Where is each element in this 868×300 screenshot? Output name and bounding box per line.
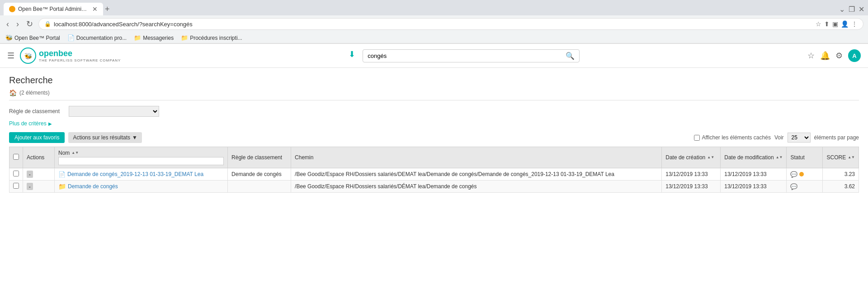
row1-name-link[interactable]: Demande de congés_2019-12-13 01-33-19_DE… (67, 171, 203, 177)
forward-button[interactable]: › (14, 19, 21, 30)
sidebar-icon[interactable]: ▣ (832, 20, 838, 28)
bookmark-favicon-proc: 📁 (181, 34, 188, 41)
download-icon[interactable]: ⬇ (349, 49, 355, 62)
bookmark-documentation[interactable]: 📄 Documentation pro... (67, 34, 127, 41)
col-header-date-creation[interactable]: Date de création ▲▼ (662, 147, 721, 168)
document-icon: 📄 (58, 171, 66, 178)
lock-icon: 🔒 (44, 21, 51, 27)
row2-actions-cell: - (23, 181, 55, 193)
row2-statut-cell: 💬 (787, 181, 823, 193)
more-criteria-label: Plus de critères (9, 120, 47, 127)
avatar[interactable]: A (848, 49, 861, 62)
col-regle-label: Règle de classement (231, 154, 282, 161)
reload-button[interactable]: ↻ (24, 18, 35, 30)
minimize-icon[interactable]: ⌄ (839, 5, 845, 14)
row1-date-modification-cell: 13/12/2019 13:33 (721, 168, 787, 181)
per-page-select[interactable]: 25 10 50 100 (788, 133, 811, 143)
row1-checkbox[interactable] (13, 171, 19, 176)
name-filter-input[interactable] (58, 157, 224, 165)
row2-action-button[interactable]: - (27, 183, 33, 190)
row2-checkbox[interactable] (13, 183, 19, 189)
row2-date-modification-cell: 13/12/2019 13:33 (721, 181, 787, 193)
restore-icon[interactable]: ❐ (849, 5, 855, 14)
row1-orange-dot (799, 172, 804, 176)
row2-name-cell: 📁 Demande de congés (55, 181, 228, 193)
row2-name-link[interactable]: Demande de congés (68, 183, 118, 190)
nom-sort-icon: ▲▼ (71, 152, 79, 154)
share-icon[interactable]: ⬆ (824, 20, 830, 28)
active-tab[interactable]: Open Bee™ Portal Administrator ✕ (4, 3, 103, 15)
bookmark-openbee[interactable]: 🐝 Open Bee™ Portal (5, 34, 60, 41)
logo-text: openbee THE PAPERLISS SOFTWARE COMPANY (39, 49, 121, 62)
menu-icon[interactable]: ⋮ (851, 20, 858, 28)
logo: 🐝 openbee THE PAPERLISS SOFTWARE COMPANY (20, 48, 121, 64)
new-tab-button[interactable]: + (105, 5, 110, 13)
header-search: ⬇ 🔍 (121, 49, 807, 62)
search-input[interactable] (368, 52, 566, 59)
page-title: Recherche (9, 75, 859, 86)
actions-results-arrow-icon: ▼ (132, 134, 137, 141)
row1-name-cell: 📄 Demande de congés_2019-12-13 01-33-19_… (55, 168, 228, 181)
row1-date-creation-value: 13/12/2019 13:33 (665, 171, 708, 177)
row2-date-modification-value: 13/12/2019 13:33 (724, 183, 766, 190)
bookmark-procedures[interactable]: 📁 Procédures inscripti... (181, 34, 242, 41)
logo-main-text: openbee (39, 49, 121, 58)
row1-statut-cell: 💬 (787, 168, 823, 181)
notifications-bell-icon[interactable]: 🔔 (820, 51, 830, 61)
regle-classement-select[interactable] (69, 106, 159, 117)
page-content: Recherche 🏠 (2 éléments) Règle de classe… (0, 68, 868, 200)
add-favorites-button[interactable]: Ajouter aux favoris (9, 132, 65, 143)
table-body: - 📄 Demande de congés_2019-12-13 01-33-1… (9, 168, 859, 193)
search-box[interactable]: 🔍 (363, 49, 580, 62)
elements-par-page-label: éléments par page (814, 134, 859, 141)
close-window-icon[interactable]: ✕ (859, 5, 864, 14)
bookmark-label-openbee: Open Bee™ Portal (14, 35, 60, 41)
col-header-checkbox (9, 147, 23, 168)
actions-results-button[interactable]: Actions sur les résultats ▼ (68, 132, 142, 143)
table-row: - 📁 Demande de congés /Bee Goodiz/Espace… (9, 181, 859, 193)
address-bar[interactable]: 🔒 localhost:8000/advancedSearch/?searchK… (38, 18, 863, 30)
row1-score-value: 3.23 (844, 171, 855, 177)
bookmark-label-msg: Messageries (143, 35, 174, 41)
bookmark-messageries[interactable]: 📁 Messageries (134, 34, 174, 41)
bookmark-label-proc: Procédures inscripti... (190, 35, 242, 41)
show-hidden-text: Afficher les éléments cachés (702, 134, 771, 141)
select-all-checkbox[interactable] (13, 154, 19, 160)
hamburger-menu-button[interactable]: ☰ (7, 51, 14, 61)
row1-actions-cell: - (23, 168, 55, 181)
favorites-star-icon[interactable]: ☆ (807, 51, 815, 61)
score-sort-icon: ▲▼ (848, 156, 855, 159)
col-actions-label: Actions (27, 154, 44, 161)
row1-score-cell: 3.23 (823, 168, 859, 181)
date-creation-sort-icon: ▲▼ (707, 156, 714, 159)
bookmark-favicon-msg: 📁 (134, 34, 141, 41)
home-icon[interactable]: 🏠 (9, 89, 17, 96)
more-criteria-toggle[interactable]: Plus de critères ▶ (9, 120, 859, 127)
profile-icon[interactable]: 👤 (841, 20, 849, 28)
col-header-statut: Statut (787, 147, 823, 168)
col-header-date-modification[interactable]: Date de modification ▲▼ (721, 147, 787, 168)
row1-statut-icons: 💬 (790, 171, 819, 178)
star-icon[interactable]: ☆ (816, 20, 821, 28)
url-text: localhost:8000/advancedSearch/?searchKey… (54, 21, 813, 28)
voir-label: Voir (774, 134, 784, 141)
toolbar-left: Ajouter aux favoris Actions sur les résu… (9, 132, 142, 143)
logo-icon: 🐝 (20, 48, 36, 64)
tab-close-button[interactable]: ✕ (92, 5, 98, 13)
app-header: ☰ 🐝 openbee THE PAPERLISS SOFTWARE COMPA… (0, 44, 868, 68)
col-score-label: SCORE (826, 154, 846, 161)
show-hidden-checkbox[interactable] (694, 135, 700, 141)
col-header-actions: Actions (23, 147, 55, 168)
col-header-score[interactable]: SCORE ▲▼ (823, 147, 859, 168)
row1-chemin-value: /Bee Goodiz/Espace RH/Dossiers salariés/… (295, 171, 614, 177)
row1-item-icon: 📄 Demande de congés_2019-12-13 01-33-19_… (58, 171, 203, 178)
row1-date-modification-value: 13/12/2019 13:33 (724, 171, 766, 177)
address-bar-icons: ☆ ⬆ ▣ 👤 ⋮ (816, 20, 858, 28)
row1-action-button[interactable]: - (27, 171, 33, 178)
actions-results-label: Actions sur les résultats (73, 134, 130, 141)
logo-sub-text: THE PAPERLISS SOFTWARE COMPANY (39, 58, 121, 62)
settings-gear-icon[interactable]: ⚙ (835, 51, 843, 61)
search-button[interactable]: 🔍 (566, 52, 575, 60)
back-button[interactable]: ‹ (5, 19, 11, 30)
col-header-nom[interactable]: Nom ▲▼ (55, 147, 228, 168)
